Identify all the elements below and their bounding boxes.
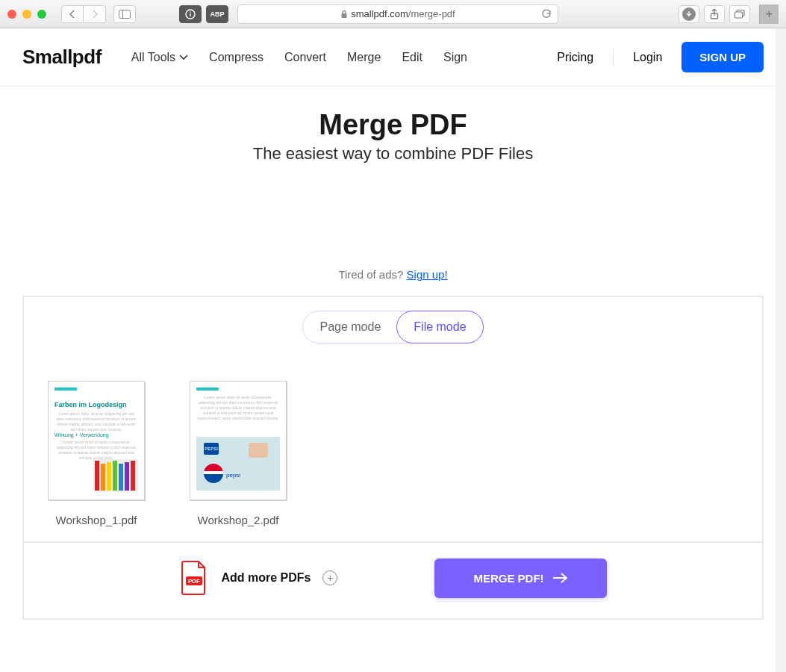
svg-rect-3 [190, 11, 190, 12]
header-right: Pricing Login SIGN UP [557, 42, 764, 72]
scrollbar[interactable] [776, 28, 786, 672]
file-thumbnail: Lorem ipsum dolor sit amet consectetuer … [190, 381, 287, 500]
page-title: Merge PDF [0, 109, 786, 141]
lock-icon [340, 10, 348, 19]
nav-edit[interactable]: Edit [402, 51, 422, 64]
thumb-heading: Farben im Logodesign [54, 401, 127, 408]
nav-sign[interactable]: Sign [443, 51, 467, 64]
file-thumbnail: Farben im Logodesign Lorem ipsum dolor s… [48, 381, 145, 500]
tabs-button[interactable] [729, 5, 750, 23]
nav-all-tools[interactable]: All Tools [131, 51, 188, 64]
back-button[interactable] [61, 5, 84, 23]
ad-signup-link[interactable]: Sign up! [407, 268, 448, 281]
thumb-subheading: Wirkung + Verwendung [54, 432, 109, 438]
thumb-image [93, 459, 138, 492]
right-browser-tools: + [679, 4, 779, 24]
page-content: Smallpdf All Tools Compress Convert Merg… [0, 28, 786, 672]
arrow-right-icon [553, 573, 568, 583]
page-mode-tab[interactable]: Page mode [303, 311, 397, 343]
mode-toggle: Page mode File mode [24, 297, 762, 343]
address-bar[interactable]: smallpdf.com/merge-pdf [237, 4, 558, 24]
file-tile[interactable]: Lorem ipsum dolor sit amet consectetuer … [190, 381, 287, 526]
login-link[interactable]: Login [633, 51, 662, 64]
fullscreen-window-button[interactable] [37, 10, 46, 19]
svg-text:PDF: PDF [188, 578, 200, 585]
add-more-label: Add more PDFs [221, 571, 311, 585]
main-nav: All Tools Compress Convert Merge Edit Si… [131, 51, 467, 64]
url-path: /merge-pdf [408, 8, 455, 19]
chevron-down-icon [179, 55, 188, 60]
svg-rect-4 [190, 13, 190, 16]
nav-convert[interactable]: Convert [284, 51, 326, 64]
plus-icon: + [322, 570, 337, 585]
nav-merge[interactable]: Merge [347, 51, 381, 64]
merge-pdf-button[interactable]: MERGE PDF! [434, 559, 606, 598]
share-button[interactable] [704, 5, 725, 23]
panel-actions: PDF Add more PDFs + MERGE PDF! [24, 541, 762, 613]
history-nav [61, 5, 106, 23]
merge-panel: Page mode File mode Farben im Logodesign… [22, 296, 764, 620]
privacy-report-button[interactable] [179, 5, 202, 23]
svg-rect-5 [342, 13, 347, 18]
window-controls [7, 10, 46, 19]
file-name: Workshop_1.pdf [48, 514, 145, 526]
pricing-link[interactable]: Pricing [557, 51, 593, 64]
sidebar-toggle-button[interactable] [113, 5, 136, 23]
mode-pill-group: Page mode File mode [302, 311, 483, 343]
nav-all-tools-label: All Tools [131, 51, 175, 64]
add-more-pdfs-button[interactable]: PDF Add more PDFs + [179, 560, 337, 596]
ad-prompt-text: Tired of ads? [338, 268, 406, 281]
file-mode-tab[interactable]: File mode [396, 311, 483, 343]
forward-button[interactable] [84, 5, 106, 23]
page-subtitle: The easiest way to combine PDF Files [0, 144, 786, 164]
header-divider [613, 49, 614, 66]
pdf-icon: PDF [179, 560, 209, 596]
smallpdf-logo[interactable]: Smallpdf [22, 46, 102, 69]
thumb-image: PEPSI pepsi [196, 437, 280, 491]
signup-button[interactable]: SIGN UP [681, 42, 764, 72]
browser-toolbar: ABP smallpdf.com/merge-pdf + [0, 0, 786, 28]
logo-text: Smallpdf [22, 46, 102, 68]
merge-button-label: MERGE PDF! [473, 572, 543, 585]
ad-signup-prompt: Tired of ads? Sign up! [0, 268, 786, 281]
close-window-button[interactable] [7, 10, 16, 19]
app-header: Smallpdf All Tools Compress Convert Merg… [0, 28, 786, 87]
svg-rect-8 [735, 12, 743, 18]
nav-compress[interactable]: Compress [209, 51, 263, 64]
url-domain: smallpdf.com [351, 8, 408, 19]
minimize-window-button[interactable] [22, 10, 31, 19]
file-tile[interactable]: Farben im Logodesign Lorem ipsum dolor s… [48, 381, 145, 526]
hero: Merge PDF The easiest way to combine PDF… [0, 109, 786, 164]
file-name: Workshop_2.pdf [190, 514, 287, 526]
downloads-button[interactable] [679, 5, 699, 23]
new-tab-button[interactable]: + [759, 4, 779, 24]
svg-rect-0 [119, 10, 131, 18]
adblock-button[interactable]: ABP [206, 5, 228, 23]
reload-button[interactable] [541, 9, 552, 19]
files-row: Farben im Logodesign Lorem ipsum dolor s… [24, 343, 762, 541]
